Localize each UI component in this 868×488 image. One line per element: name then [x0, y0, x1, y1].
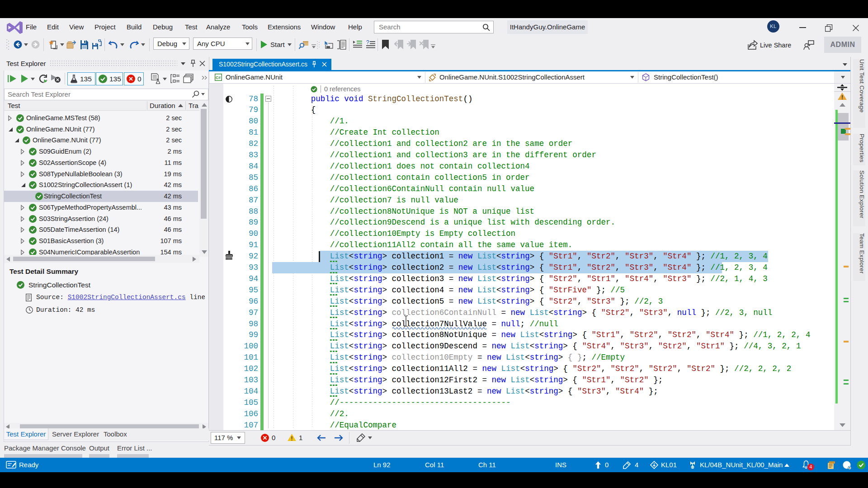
- svg-text:C#: C#: [216, 75, 221, 80]
- svg-text:?: ?: [366, 40, 369, 46]
